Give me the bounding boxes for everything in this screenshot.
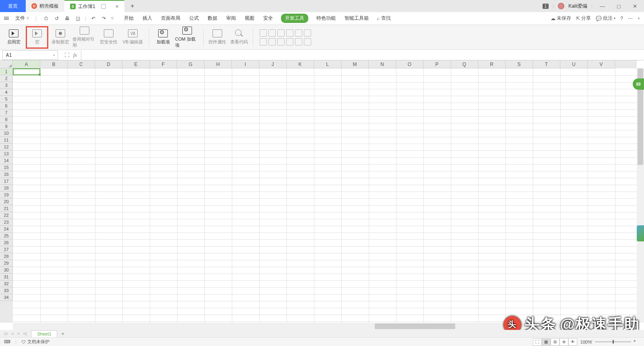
collapse-ribbon-icon[interactable]: ∧ <box>638 16 640 20</box>
row-header[interactable]: 28 <box>0 253 13 260</box>
user-avatar-icon[interactable] <box>558 3 564 9</box>
comment-button[interactable]: 💬批注▾ <box>596 15 615 22</box>
file-menu[interactable]: 文件▽ <box>13 14 31 23</box>
menu-tab-10[interactable]: 智能工具箱 <box>344 13 369 23</box>
record-macro-button[interactable]: 录制新宏 <box>51 27 70 48</box>
column-header[interactable]: R <box>478 60 506 68</box>
more-icon[interactable]: ⋯ <box>628 16 633 21</box>
row-header[interactable]: 23 <box>0 219 13 226</box>
menu-tab-9[interactable]: 特色功能 <box>316 13 336 23</box>
menu-tab-8[interactable]: 开发工具 <box>281 14 308 23</box>
column-header[interactable]: P <box>423 60 451 68</box>
row-header[interactable]: 7 <box>0 109 13 116</box>
column-header[interactable]: B <box>40 60 68 68</box>
menu-tab-6[interactable]: 视图 <box>244 13 255 23</box>
row-header[interactable]: 24 <box>0 226 13 233</box>
protection-status[interactable]: 🛡 文档未保护 <box>21 339 50 345</box>
fullscreen-view-icon[interactable]: ⛶ <box>533 338 542 346</box>
minimize-button[interactable]: — <box>597 0 609 12</box>
row-header[interactable]: 13 <box>0 150 13 157</box>
row-header[interactable]: 25 <box>0 233 13 239</box>
reading-view-icon[interactable]: 👁 <box>568 338 577 346</box>
row-header[interactable]: 5 <box>0 96 13 103</box>
row-header[interactable]: 3 <box>0 82 13 89</box>
menu-tab-1[interactable]: 插入 <box>142 13 153 23</box>
row-header[interactable]: 33 <box>0 287 13 294</box>
column-header[interactable]: I <box>232 60 259 68</box>
row-header[interactable]: 16 <box>0 171 13 178</box>
row-header[interactable]: 29 <box>0 260 13 267</box>
fullscreen-icon[interactable]: ⛶ <box>64 52 69 58</box>
menu-tab-2[interactable]: 页面布局 <box>160 13 181 23</box>
tab-workbook[interactable]: S 工作簿1 × <box>64 0 124 12</box>
cells-area[interactable] <box>13 68 637 323</box>
notification-badge[interactable]: 1 <box>543 4 549 9</box>
column-header[interactable]: C <box>68 60 95 68</box>
float-badge[interactable]: 69 <box>633 78 644 90</box>
undo-icon[interactable]: ↶ <box>90 15 97 22</box>
row-header[interactable]: 27 <box>0 246 13 253</box>
tab-home[interactable]: 首页 <box>0 0 26 12</box>
preview-icon[interactable]: ◲ <box>74 15 81 22</box>
name-box[interactable]: A1 <box>2 50 58 60</box>
row-header[interactable]: 18 <box>0 185 13 192</box>
maximize-button[interactable]: ◻ <box>613 0 625 12</box>
column-header[interactable]: H <box>204 60 232 68</box>
sheet-tab[interactable]: Sheet1 <box>31 330 57 337</box>
hamburger-icon[interactable] <box>4 17 9 20</box>
row-header[interactable]: 4 <box>0 89 13 96</box>
column-header[interactable]: D <box>95 60 122 68</box>
row-header[interactable]: 19 <box>0 192 13 198</box>
redo-icon[interactable]: ↷ <box>101 15 107 22</box>
row-header[interactable]: 6 <box>0 103 13 109</box>
menu-tab-0[interactable]: 开始 <box>123 13 134 23</box>
next-sheet-icon[interactable]: > <box>16 331 21 336</box>
find-button[interactable]: ⌕ 查找 <box>377 15 391 22</box>
keyboard-icon[interactable]: ⌨ <box>4 339 10 344</box>
row-header[interactable]: 20 <box>0 198 13 205</box>
view-code-button[interactable]: 查看代码 <box>229 27 249 48</box>
prev-sheet-icon[interactable]: < <box>10 331 15 336</box>
help-icon[interactable]: ? <box>620 16 623 21</box>
first-sheet-icon[interactable]: |< <box>3 331 9 336</box>
row-header[interactable]: 21 <box>0 205 13 212</box>
normal-view-icon[interactable]: ▦ <box>542 338 551 346</box>
macro-button[interactable]: 宏 <box>27 27 47 48</box>
row-header[interactable]: 12 <box>0 144 13 150</box>
column-header[interactable]: S <box>506 60 533 68</box>
column-header[interactable]: M <box>341 60 369 68</box>
print-preview-icon[interactable]: ↺ <box>54 15 60 22</box>
row-header[interactable]: 14 <box>0 157 13 164</box>
column-header[interactable]: Q <box>451 60 478 68</box>
row-header[interactable]: 26 <box>0 239 13 246</box>
row-header[interactable]: 2 <box>0 75 13 82</box>
row-header[interactable]: 22 <box>0 212 13 219</box>
add-tab-button[interactable]: + <box>124 0 140 12</box>
row-header[interactable]: 8 <box>0 116 13 123</box>
formula-input[interactable] <box>81 50 644 60</box>
close-tab-icon[interactable]: × <box>116 3 119 10</box>
vertical-scrollbar[interactable] <box>637 68 644 323</box>
column-header[interactable]: E <box>122 60 150 68</box>
row-header[interactable]: 30 <box>0 267 13 274</box>
relative-ref-button[interactable]: 使用相对引用 <box>72 27 97 48</box>
row-header[interactable]: 31 <box>0 274 13 280</box>
column-header[interactable]: A <box>13 60 40 68</box>
fx-icon[interactable]: fx <box>73 52 77 58</box>
save-icon[interactable]: 🗋 <box>43 15 50 22</box>
column-header[interactable]: G <box>177 60 204 68</box>
page-layout-icon[interactable]: ⊞ <box>551 338 559 346</box>
column-header[interactable]: N <box>369 60 396 68</box>
column-header[interactable]: U <box>560 60 588 68</box>
vb-editor-button[interactable]: VB VB 编辑器 <box>121 27 145 48</box>
addins-button[interactable]: 加载项 <box>153 27 173 48</box>
row-header[interactable]: 9 <box>0 123 13 130</box>
zoom-slider[interactable] <box>595 341 631 342</box>
column-header[interactable]: O <box>396 60 423 68</box>
scroll-thumb[interactable] <box>375 323 455 329</box>
row-header[interactable]: 1 <box>0 68 13 75</box>
row-header[interactable]: 15 <box>0 164 13 171</box>
control-props-button[interactable]: 控件属性 <box>208 27 227 48</box>
select-all-corner[interactable] <box>0 60 13 68</box>
share-button[interactable]: ⇱分享 <box>576 15 591 22</box>
